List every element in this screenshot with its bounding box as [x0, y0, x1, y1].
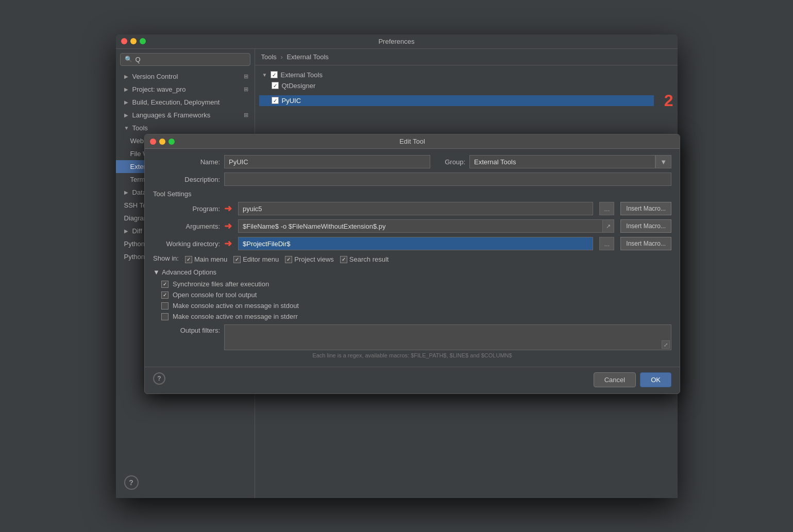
show-in-main-menu[interactable]: ✓ Main menu [185, 255, 227, 263]
window-controls [121, 38, 146, 44]
tree-checkbox-pyuic[interactable]: ✓ [272, 97, 279, 104]
sidebar-item-languages[interactable]: ▶ Languages & Frameworks ⊞ [116, 109, 255, 122]
tree-item-label: PyUIC [282, 97, 301, 105]
working-dir-insert-macro-button[interactable]: Insert Macro... [620, 237, 671, 250]
checkbox-open-console[interactable]: ✓ [161, 291, 168, 299]
description-row: Description: [153, 173, 671, 186]
maximize-button[interactable] [140, 38, 146, 44]
macro-hint: Each line is a regex, available macros: … [153, 350, 671, 361]
tree-checkbox-qtdesigner[interactable]: ✓ [272, 82, 279, 89]
make-active-stderr-option[interactable]: Make console active on message in stderr [161, 313, 671, 320]
make-active-stdout-label: Make console active on message in stdout [173, 302, 299, 310]
show-in-editor-menu[interactable]: ✓ Editor menu [233, 255, 279, 263]
tree-checkbox-root[interactable]: ✓ [271, 71, 278, 78]
tree-root-label: External Tools [281, 71, 323, 79]
tree-item-pyuic[interactable]: ✓ PyUIC [259, 95, 654, 106]
checkbox-active-stdout[interactable] [161, 302, 168, 310]
modal-footer: ? Cancel OK [145, 367, 680, 393]
copy-icon: ⊞ [244, 73, 248, 80]
minimize-button[interactable] [130, 38, 137, 44]
show-in-search-result-label: Search result [349, 255, 389, 263]
program-insert-macro-button[interactable]: Insert Macro... [620, 202, 671, 215]
ok-button[interactable]: OK [640, 372, 671, 387]
modal-controls [150, 139, 175, 145]
group-select-wrapper: External Tools ▼ [469, 155, 671, 168]
group-label: Group: [434, 158, 465, 166]
search-box[interactable]: 🔍 Q [120, 53, 250, 66]
modal-body: Name: Group: External Tools ▼ Descriptio… [145, 149, 680, 367]
show-in-search-result[interactable]: ✓ Search result [340, 255, 389, 263]
modal-help-button[interactable]: ? [153, 372, 165, 385]
arguments-expand-button[interactable]: ↗ [602, 219, 614, 233]
modal-close-btn[interactable] [150, 139, 156, 145]
tree-root-external-tools[interactable]: ▼ ✓ External Tools [259, 70, 673, 80]
program-input[interactable] [238, 202, 593, 215]
show-in-row: Show in: ✓ Main menu ✓ Editor menu ✓ Pro… [153, 254, 671, 264]
cancel-button[interactable]: Cancel [594, 372, 636, 387]
advanced-header[interactable]: ▼ Advanced Options [153, 268, 671, 276]
checkbox-project-views[interactable]: ✓ [285, 256, 292, 263]
tree-item-label: QtDesigner [282, 82, 316, 90]
advanced-arrow: ▼ [153, 268, 160, 276]
make-active-stdout-option[interactable]: Make console active on message in stdout [161, 302, 671, 310]
tree-item-qtdesigner[interactable]: ✓ QtDesigner [259, 80, 673, 91]
sidebar-item-build[interactable]: ▶ Build, Execution, Deployment [116, 96, 255, 109]
working-dir-input[interactable] [238, 237, 593, 250]
open-console-label: Open console for tool output [173, 291, 257, 299]
window-title: Preferences [378, 38, 414, 45]
name-label: Name: [153, 158, 220, 166]
tool-settings-header: Tool Settings [153, 190, 671, 198]
checkbox-main-menu[interactable]: ✓ [185, 256, 192, 263]
arrow-icon: ▶ [124, 112, 129, 118]
checkbox-search-result[interactable]: ✓ [340, 256, 347, 263]
sidebar-item-version-control[interactable]: ▶ Version Control ⊞ [116, 70, 255, 83]
show-in-main-menu-label: Main menu [194, 255, 227, 263]
modal-footer-left: ? [153, 372, 165, 387]
name-row: Name: Group: External Tools ▼ [153, 155, 671, 168]
modal-max-btn[interactable] [168, 139, 175, 145]
open-console-option[interactable]: ✓ Open console for tool output [161, 291, 671, 299]
breadcrumb-tools: Tools [261, 53, 277, 61]
sidebar-item-project[interactable]: ▶ Project: wave_pro ⊞ [116, 83, 255, 96]
output-expand-button[interactable]: ⤢ [662, 340, 670, 349]
tree-expand-icon: ▼ [262, 72, 267, 78]
close-button[interactable] [121, 38, 127, 44]
sidebar-label: Version Control [132, 73, 178, 80]
checkbox-active-stderr[interactable] [161, 313, 168, 320]
sidebar-label: Tools [132, 124, 148, 132]
name-input[interactable] [224, 155, 430, 168]
output-filters-label: Output filters: [153, 324, 220, 334]
advanced-section: ▼ Advanced Options ✓ Synchronize files a… [153, 268, 671, 361]
help-button[interactable]: ? [124, 475, 139, 490]
program-row: Program: ➜ ... Insert Macro... [153, 202, 671, 215]
program-arrow-annotation: ➜ [224, 203, 232, 214]
search-input[interactable]: Q [136, 56, 246, 63]
program-dots-button[interactable]: ... [599, 202, 614, 215]
working-dir-label: Working directory: [153, 240, 220, 248]
checkbox-sync-files[interactable]: ✓ [161, 281, 168, 288]
show-in-label: Show in: [153, 254, 179, 262]
show-in-project-views[interactable]: ✓ Project views [285, 255, 334, 263]
make-active-stderr-label: Make console active on message in stderr [173, 313, 298, 320]
arguments-label: Arguments: [153, 222, 220, 230]
sidebar-label: Languages & Frameworks [132, 111, 211, 119]
working-dir-dots-button[interactable]: ... [599, 237, 614, 250]
output-filters-input[interactable]: ⤢ [224, 324, 671, 350]
arrow-icon: ▶ [124, 99, 129, 105]
checkbox-editor-menu[interactable]: ✓ [233, 256, 241, 263]
arguments-input[interactable] [238, 219, 614, 233]
sidebar-bottom: ? [116, 467, 255, 498]
description-input[interactable] [224, 173, 671, 186]
arguments-insert-macro-button[interactable]: Insert Macro... [620, 219, 671, 233]
breadcrumb-external-tools: External Tools [286, 53, 328, 61]
workdir-arrow-annotation: ➜ [224, 238, 232, 249]
breadcrumb-separator: › [280, 53, 282, 61]
arguments-input-wrapper: ↗ [238, 219, 614, 233]
annotation-number: 2 [664, 91, 673, 110]
sidebar-item-tools[interactable]: ▼ Tools [116, 122, 255, 134]
arrow-icon: ▶ [124, 190, 129, 195]
group-dropdown-arrow[interactable]: ▼ [655, 155, 671, 168]
group-select[interactable]: External Tools [469, 155, 655, 168]
modal-min-btn[interactable] [159, 139, 165, 145]
sync-files-option[interactable]: ✓ Synchronize files after execution [161, 280, 671, 288]
